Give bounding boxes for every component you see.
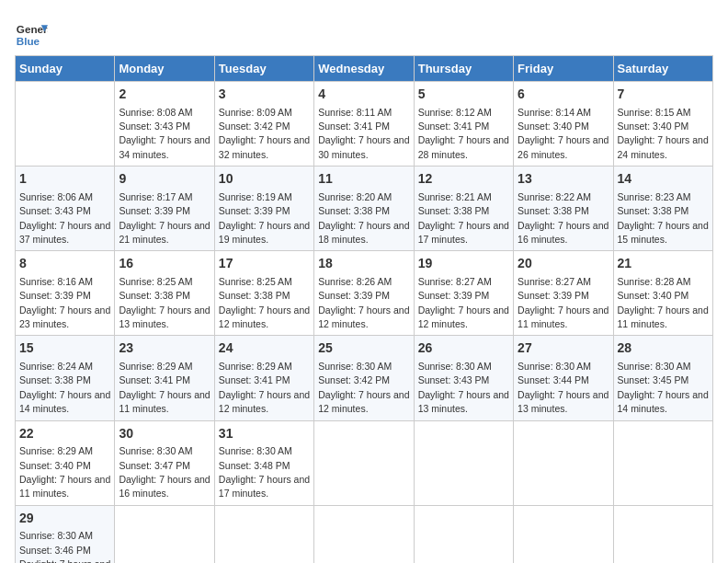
day-cell [613,420,712,505]
day-info: Sunrise: 8:29 AM Sunset: 3:41 PM Dayligh… [219,361,310,414]
day-number: 18 [318,255,409,273]
logo: General Blue [15,18,51,52]
day-number: 9 [119,170,210,189]
day-cell [115,505,214,563]
svg-text:General: General [17,23,48,35]
day-number: 10 [219,170,310,189]
day-number: 8 [19,255,110,273]
day-info: Sunrise: 8:27 AM Sunset: 3:39 PM Dayligh… [418,276,509,329]
svg-text:Blue: Blue [17,35,40,47]
day-cell [414,420,513,505]
day-info: Sunrise: 8:08 AM Sunset: 3:43 PM Dayligh… [119,107,210,160]
day-number: 2 [119,86,210,104]
day-cell: 30Sunrise: 8:30 AM Sunset: 3:47 PM Dayli… [115,420,214,505]
day-number: 25 [318,339,409,358]
day-number: 16 [119,255,210,273]
day-number: 31 [219,425,310,443]
day-cell: 3Sunrise: 8:09 AM Sunset: 3:42 PM Daylig… [214,82,313,167]
day-cell: 7Sunrise: 8:15 AM Sunset: 3:40 PM Daylig… [613,82,712,167]
col-header-tuesday: Tuesday [214,56,313,82]
day-cell: 20Sunrise: 8:27 AM Sunset: 3:39 PM Dayli… [514,251,613,336]
day-info: Sunrise: 8:30 AM Sunset: 3:45 PM Dayligh… [618,361,709,414]
day-cell: 24Sunrise: 8:29 AM Sunset: 3:41 PM Dayli… [214,336,313,420]
day-info: Sunrise: 8:25 AM Sunset: 3:38 PM Dayligh… [219,276,310,329]
day-cell: 26Sunrise: 8:30 AM Sunset: 3:43 PM Dayli… [414,336,513,420]
day-info: Sunrise: 8:23 AM Sunset: 3:38 PM Dayligh… [618,191,709,245]
day-cell: 1Sunrise: 8:06 AM Sunset: 3:43 PM Daylig… [16,167,115,251]
week-row-2: 8Sunrise: 8:16 AM Sunset: 3:39 PM Daylig… [16,251,713,336]
day-info: Sunrise: 8:30 AM Sunset: 3:44 PM Dayligh… [518,361,609,414]
day-number: 29 [19,510,110,528]
day-cell: 27Sunrise: 8:30 AM Sunset: 3:44 PM Dayli… [514,336,613,420]
calendar-table: SundayMondayTuesdayWednesdayThursdayFrid… [15,55,713,563]
day-number: 21 [618,255,709,273]
day-number: 13 [518,170,609,189]
day-info: Sunrise: 8:11 AM Sunset: 3:41 PM Dayligh… [318,107,409,160]
day-info: Sunrise: 8:29 AM Sunset: 3:40 PM Dayligh… [19,445,110,499]
week-row-1: 1Sunrise: 8:06 AM Sunset: 3:43 PM Daylig… [16,167,713,251]
day-number: 20 [518,255,609,273]
day-number: 15 [19,339,110,358]
day-cell: 23Sunrise: 8:29 AM Sunset: 3:41 PM Dayli… [115,336,214,420]
day-cell: 13Sunrise: 8:22 AM Sunset: 3:38 PM Dayli… [514,167,613,251]
day-number: 5 [418,86,509,104]
day-info: Sunrise: 8:30 AM Sunset: 3:43 PM Dayligh… [418,361,509,414]
day-info: Sunrise: 8:30 AM Sunset: 3:46 PM Dayligh… [19,530,110,563]
day-info: Sunrise: 8:26 AM Sunset: 3:39 PM Dayligh… [318,276,409,329]
day-info: Sunrise: 8:24 AM Sunset: 3:38 PM Dayligh… [19,361,110,414]
day-cell [514,420,613,505]
day-info: Sunrise: 8:17 AM Sunset: 3:39 PM Dayligh… [119,191,210,245]
day-number: 26 [418,339,509,358]
day-cell [613,505,712,563]
day-cell [16,82,115,167]
day-cell: 18Sunrise: 8:26 AM Sunset: 3:39 PM Dayli… [314,251,414,336]
day-cell: 12Sunrise: 8:21 AM Sunset: 3:38 PM Dayli… [414,167,513,251]
day-number: 28 [618,339,709,358]
day-number: 3 [219,86,310,104]
day-info: Sunrise: 8:29 AM Sunset: 3:41 PM Dayligh… [119,361,210,414]
day-cell: 28Sunrise: 8:30 AM Sunset: 3:45 PM Dayli… [613,336,712,420]
day-cell: 22Sunrise: 8:29 AM Sunset: 3:40 PM Dayli… [16,420,115,505]
day-cell: 10Sunrise: 8:19 AM Sunset: 3:39 PM Dayli… [214,167,313,251]
day-cell: 8Sunrise: 8:16 AM Sunset: 3:39 PM Daylig… [16,251,115,336]
day-info: Sunrise: 8:22 AM Sunset: 3:38 PM Dayligh… [518,191,609,245]
col-header-monday: Monday [115,56,214,82]
day-cell: 11Sunrise: 8:20 AM Sunset: 3:38 PM Dayli… [314,167,414,251]
day-info: Sunrise: 8:20 AM Sunset: 3:38 PM Dayligh… [318,191,409,245]
day-info: Sunrise: 8:30 AM Sunset: 3:47 PM Dayligh… [119,445,210,499]
day-info: Sunrise: 8:21 AM Sunset: 3:38 PM Dayligh… [418,191,509,245]
day-number: 22 [19,425,110,443]
day-info: Sunrise: 8:12 AM Sunset: 3:41 PM Dayligh… [418,107,509,160]
day-number: 23 [119,339,210,358]
day-info: Sunrise: 8:27 AM Sunset: 3:39 PM Dayligh… [518,276,609,329]
day-cell [514,505,613,563]
day-cell [414,505,513,563]
day-cell: 9Sunrise: 8:17 AM Sunset: 3:39 PM Daylig… [115,167,214,251]
week-row-4: 22Sunrise: 8:29 AM Sunset: 3:40 PM Dayli… [16,420,713,505]
col-header-wednesday: Wednesday [314,56,414,82]
col-header-thursday: Thursday [414,56,513,82]
day-cell: 25Sunrise: 8:30 AM Sunset: 3:42 PM Dayli… [314,336,414,420]
day-cell: 4Sunrise: 8:11 AM Sunset: 3:41 PM Daylig… [314,82,414,167]
day-cell [314,420,414,505]
day-number: 7 [618,86,709,104]
day-cell: 15Sunrise: 8:24 AM Sunset: 3:38 PM Dayli… [16,336,115,420]
day-info: Sunrise: 8:28 AM Sunset: 3:40 PM Dayligh… [618,276,709,329]
day-number: 4 [318,86,409,104]
week-row-0: 2Sunrise: 8:08 AM Sunset: 3:43 PM Daylig… [16,82,713,167]
day-info: Sunrise: 8:15 AM Sunset: 3:40 PM Dayligh… [618,107,709,160]
day-number: 17 [219,255,310,273]
week-row-5: 29Sunrise: 8:30 AM Sunset: 3:46 PM Dayli… [16,505,713,563]
day-cell: 29Sunrise: 8:30 AM Sunset: 3:46 PM Dayli… [16,505,115,563]
day-cell: 19Sunrise: 8:27 AM Sunset: 3:39 PM Dayli… [414,251,513,336]
day-info: Sunrise: 8:30 AM Sunset: 3:48 PM Dayligh… [219,445,310,499]
day-number: 24 [219,339,310,358]
day-info: Sunrise: 8:14 AM Sunset: 3:40 PM Dayligh… [518,107,609,160]
header: General Blue [15,15,713,52]
day-info: Sunrise: 8:25 AM Sunset: 3:38 PM Dayligh… [119,276,210,329]
day-cell [214,505,313,563]
day-info: Sunrise: 8:09 AM Sunset: 3:42 PM Dayligh… [219,107,310,160]
day-number: 30 [119,425,210,443]
col-header-sunday: Sunday [16,56,115,82]
day-number: 19 [418,255,509,273]
